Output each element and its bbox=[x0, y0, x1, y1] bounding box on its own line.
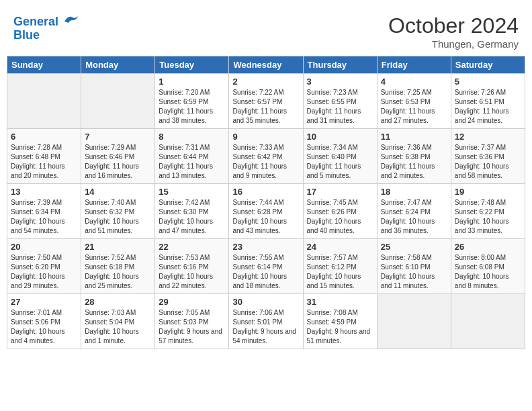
day-info: Sunrise: 7:29 AM Sunset: 6:46 PM Dayligh… bbox=[85, 143, 151, 181]
day-number: 7 bbox=[85, 132, 151, 142]
calendar-cell: 9Sunrise: 7:33 AM Sunset: 6:42 PM Daylig… bbox=[229, 129, 303, 184]
day-number: 4 bbox=[381, 77, 447, 87]
day-number: 3 bbox=[307, 77, 373, 87]
day-info: Sunrise: 7:50 AM Sunset: 6:20 PM Dayligh… bbox=[11, 253, 77, 291]
day-info: Sunrise: 7:03 AM Sunset: 5:04 PM Dayligh… bbox=[85, 308, 151, 346]
day-number: 22 bbox=[159, 242, 225, 252]
day-info: Sunrise: 7:28 AM Sunset: 6:48 PM Dayligh… bbox=[11, 143, 77, 181]
day-number: 18 bbox=[381, 187, 447, 197]
calendar-cell: 27Sunrise: 7:01 AM Sunset: 5:06 PM Dayli… bbox=[7, 294, 81, 349]
calendar-cell: 8Sunrise: 7:31 AM Sunset: 6:44 PM Daylig… bbox=[155, 129, 229, 184]
calendar-cell: 14Sunrise: 7:40 AM Sunset: 6:32 PM Dayli… bbox=[81, 184, 155, 239]
day-number: 27 bbox=[11, 297, 77, 307]
calendar-cell: 5Sunrise: 7:26 AM Sunset: 6:51 PM Daylig… bbox=[451, 74, 525, 129]
day-info: Sunrise: 7:58 AM Sunset: 6:10 PM Dayligh… bbox=[381, 253, 447, 291]
day-info: Sunrise: 7:42 AM Sunset: 6:30 PM Dayligh… bbox=[159, 198, 225, 236]
weekday-header-cell: Monday bbox=[81, 56, 155, 74]
calendar-cell: 29Sunrise: 7:05 AM Sunset: 5:03 PM Dayli… bbox=[155, 294, 229, 349]
logo-general: General bbox=[13, 15, 58, 28]
day-info: Sunrise: 7:53 AM Sunset: 6:16 PM Dayligh… bbox=[159, 253, 225, 291]
day-number: 15 bbox=[159, 187, 225, 197]
day-number: 13 bbox=[11, 187, 77, 197]
calendar-cell: 12Sunrise: 7:37 AM Sunset: 6:36 PM Dayli… bbox=[451, 129, 525, 184]
day-info: Sunrise: 7:31 AM Sunset: 6:44 PM Dayligh… bbox=[159, 143, 225, 181]
calendar-week-row: 20Sunrise: 7:50 AM Sunset: 6:20 PM Dayli… bbox=[7, 239, 525, 294]
day-info: Sunrise: 7:22 AM Sunset: 6:57 PM Dayligh… bbox=[232, 88, 299, 126]
weekday-header-row: SundayMondayTuesdayWednesdayThursdayFrid… bbox=[7, 56, 525, 74]
calendar-cell: 3Sunrise: 7:23 AM Sunset: 6:55 PM Daylig… bbox=[303, 74, 377, 129]
calendar-cell bbox=[81, 74, 155, 129]
day-info: Sunrise: 7:55 AM Sunset: 6:14 PM Dayligh… bbox=[232, 253, 299, 291]
day-number: 30 bbox=[232, 297, 299, 307]
day-info: Sunrise: 7:34 AM Sunset: 6:40 PM Dayligh… bbox=[307, 143, 373, 181]
logo: General Blue bbox=[13, 13, 78, 42]
calendar-cell: 22Sunrise: 7:53 AM Sunset: 6:16 PM Dayli… bbox=[155, 239, 229, 294]
weekday-header-cell: Saturday bbox=[451, 56, 525, 74]
calendar-cell: 17Sunrise: 7:45 AM Sunset: 6:26 PM Dayli… bbox=[303, 184, 377, 239]
day-number: 5 bbox=[455, 77, 521, 87]
weekday-header-cell: Wednesday bbox=[229, 56, 303, 74]
day-number: 10 bbox=[307, 132, 373, 142]
header: General Blue October 2024 Thungen, Germa… bbox=[7, 7, 525, 53]
day-number: 12 bbox=[455, 132, 521, 142]
day-number: 21 bbox=[85, 242, 151, 252]
day-number: 31 bbox=[307, 297, 373, 307]
logo-blue: Blue bbox=[13, 28, 40, 42]
day-number: 11 bbox=[381, 132, 447, 142]
day-info: Sunrise: 7:40 AM Sunset: 6:32 PM Dayligh… bbox=[85, 198, 151, 236]
day-info: Sunrise: 7:39 AM Sunset: 6:34 PM Dayligh… bbox=[11, 198, 77, 236]
calendar-body: 1Sunrise: 7:20 AM Sunset: 6:59 PM Daylig… bbox=[7, 74, 525, 349]
day-info: Sunrise: 7:33 AM Sunset: 6:42 PM Dayligh… bbox=[232, 143, 299, 181]
calendar-cell: 21Sunrise: 7:52 AM Sunset: 6:18 PM Dayli… bbox=[81, 239, 155, 294]
calendar-cell: 2Sunrise: 7:22 AM Sunset: 6:57 PM Daylig… bbox=[229, 74, 303, 129]
day-info: Sunrise: 7:37 AM Sunset: 6:36 PM Dayligh… bbox=[455, 143, 521, 181]
calendar-cell bbox=[377, 294, 451, 349]
calendar-cell: 6Sunrise: 7:28 AM Sunset: 6:48 PM Daylig… bbox=[7, 129, 81, 184]
weekday-header-cell: Sunday bbox=[7, 56, 81, 74]
day-info: Sunrise: 7:26 AM Sunset: 6:51 PM Dayligh… bbox=[455, 88, 521, 126]
calendar-week-row: 1Sunrise: 7:20 AM Sunset: 6:59 PM Daylig… bbox=[7, 74, 525, 129]
day-info: Sunrise: 7:47 AM Sunset: 6:24 PM Dayligh… bbox=[381, 198, 447, 236]
day-info: Sunrise: 7:25 AM Sunset: 6:53 PM Dayligh… bbox=[381, 88, 447, 126]
day-number: 17 bbox=[307, 187, 373, 197]
calendar-cell: 13Sunrise: 7:39 AM Sunset: 6:34 PM Dayli… bbox=[7, 184, 81, 239]
day-info: Sunrise: 7:08 AM Sunset: 4:59 PM Dayligh… bbox=[307, 308, 373, 346]
month-title: October 2024 bbox=[388, 13, 519, 38]
day-number: 9 bbox=[232, 132, 299, 142]
day-number: 6 bbox=[11, 132, 77, 142]
day-info: Sunrise: 7:52 AM Sunset: 6:18 PM Dayligh… bbox=[85, 253, 151, 291]
weekday-header-cell: Tuesday bbox=[155, 56, 229, 74]
day-info: Sunrise: 7:44 AM Sunset: 6:28 PM Dayligh… bbox=[232, 198, 299, 236]
day-number: 26 bbox=[455, 242, 521, 252]
day-info: Sunrise: 7:45 AM Sunset: 6:26 PM Dayligh… bbox=[307, 198, 373, 236]
calendar-cell: 15Sunrise: 7:42 AM Sunset: 6:30 PM Dayli… bbox=[155, 184, 229, 239]
calendar-cell: 25Sunrise: 7:58 AM Sunset: 6:10 PM Dayli… bbox=[377, 239, 451, 294]
day-info: Sunrise: 7:48 AM Sunset: 6:22 PM Dayligh… bbox=[455, 198, 521, 236]
calendar-cell: 10Sunrise: 7:34 AM Sunset: 6:40 PM Dayli… bbox=[303, 129, 377, 184]
calendar-cell: 16Sunrise: 7:44 AM Sunset: 6:28 PM Dayli… bbox=[229, 184, 303, 239]
day-info: Sunrise: 7:20 AM Sunset: 6:59 PM Dayligh… bbox=[159, 88, 225, 126]
calendar-cell: 19Sunrise: 7:48 AM Sunset: 6:22 PM Dayli… bbox=[451, 184, 525, 239]
day-info: Sunrise: 7:06 AM Sunset: 5:01 PM Dayligh… bbox=[232, 308, 299, 346]
weekday-header-cell: Friday bbox=[377, 56, 451, 74]
calendar-cell: 7Sunrise: 7:29 AM Sunset: 6:46 PM Daylig… bbox=[81, 129, 155, 184]
logo-bird-icon bbox=[63, 13, 78, 26]
day-number: 19 bbox=[455, 187, 521, 197]
day-info: Sunrise: 7:23 AM Sunset: 6:55 PM Dayligh… bbox=[307, 88, 373, 126]
calendar-cell: 26Sunrise: 8:00 AM Sunset: 6:08 PM Dayli… bbox=[451, 239, 525, 294]
day-number: 16 bbox=[232, 187, 299, 197]
day-number: 8 bbox=[159, 132, 225, 142]
day-info: Sunrise: 8:00 AM Sunset: 6:08 PM Dayligh… bbox=[455, 253, 521, 291]
day-number: 25 bbox=[381, 242, 447, 252]
calendar-cell: 28Sunrise: 7:03 AM Sunset: 5:04 PM Dayli… bbox=[81, 294, 155, 349]
calendar-week-row: 13Sunrise: 7:39 AM Sunset: 6:34 PM Dayli… bbox=[7, 184, 525, 239]
calendar-cell: 1Sunrise: 7:20 AM Sunset: 6:59 PM Daylig… bbox=[155, 74, 229, 129]
calendar-cell: 4Sunrise: 7:25 AM Sunset: 6:53 PM Daylig… bbox=[377, 74, 451, 129]
calendar-cell: 20Sunrise: 7:50 AM Sunset: 6:20 PM Dayli… bbox=[7, 239, 81, 294]
calendar-cell: 24Sunrise: 7:57 AM Sunset: 6:12 PM Dayli… bbox=[303, 239, 377, 294]
calendar: SundayMondayTuesdayWednesdayThursdayFrid… bbox=[7, 56, 525, 349]
day-info: Sunrise: 7:36 AM Sunset: 6:38 PM Dayligh… bbox=[381, 143, 447, 181]
day-number: 2 bbox=[232, 77, 299, 87]
calendar-cell bbox=[451, 294, 525, 349]
title-block: October 2024 Thungen, Germany bbox=[388, 13, 519, 50]
